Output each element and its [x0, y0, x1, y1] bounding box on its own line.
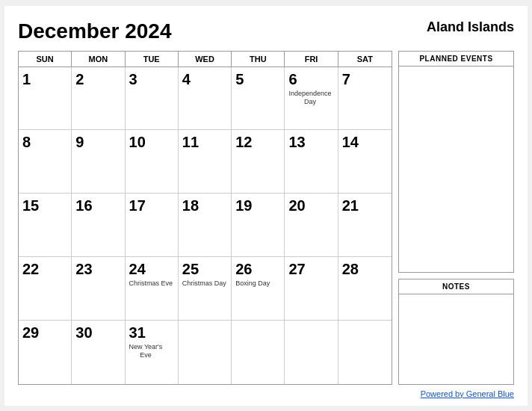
event-independence-day: IndependenceDay	[288, 90, 331, 107]
cal-cell-4: 4	[179, 67, 232, 131]
notes-box: NOTES	[398, 279, 514, 385]
cal-cell-29: 29	[19, 321, 72, 384]
powered-by-link[interactable]: Powered by General Blue	[421, 389, 514, 398]
day-header-thu: THU	[232, 52, 285, 67]
cal-cell-28: 28	[338, 257, 392, 321]
cal-cell-6: 6 IndependenceDay	[285, 67, 338, 131]
cal-cell-9: 9	[72, 130, 125, 194]
cal-cell-13: 13	[285, 130, 338, 194]
cal-cell-15: 15	[19, 194, 72, 257]
cal-cell-31: 31 New Year'sEve	[126, 321, 179, 384]
event-christmas-day: Christmas Day	[182, 279, 226, 288]
region-title: Aland Islands	[427, 19, 514, 35]
cal-cell-1: 1	[19, 67, 72, 131]
calendar-section: SUN MON TUE WED THU FRI SAT 1 2 3 4 5 6 …	[18, 51, 392, 385]
cal-cell-7: 7	[338, 67, 392, 131]
calendar-grid: 1 2 3 4 5 6 IndependenceDay 7 8 9 10 11 …	[19, 67, 392, 384]
planned-events-header: PLANNED EVENTS	[399, 52, 513, 67]
cal-cell-empty-1	[179, 321, 232, 384]
month-year-title: December 2024	[18, 19, 171, 43]
cal-cell-20: 20	[285, 194, 338, 257]
cal-cell-8: 8	[19, 130, 72, 194]
cal-cell-16: 16	[72, 194, 125, 257]
cal-cell-19: 19	[232, 194, 285, 257]
cal-cell-empty-4	[338, 321, 392, 384]
day-header-tue: TUE	[126, 52, 179, 67]
day-headers-row: SUN MON TUE WED THU FRI SAT	[19, 52, 392, 67]
notes-header: NOTES	[399, 279, 513, 294]
cal-cell-25: 25 Christmas Day	[179, 257, 232, 321]
cal-cell-14: 14	[338, 130, 392, 194]
cal-cell-11: 11	[179, 130, 232, 194]
event-boxing-day: Boxing Day	[235, 279, 270, 288]
event-new-years-eve: New Year'sEve	[129, 343, 163, 360]
cal-cell-empty-3	[285, 321, 338, 384]
cal-cell-23: 23	[72, 257, 125, 321]
day-header-sat: SAT	[338, 52, 392, 67]
cal-cell-17: 17	[126, 194, 179, 257]
cal-cell-27: 27	[285, 257, 338, 321]
cal-cell-18: 18	[179, 194, 232, 257]
day-header-mon: MON	[72, 52, 125, 67]
cal-cell-10: 10	[126, 130, 179, 194]
cal-cell-26: 26 Boxing Day	[232, 257, 285, 321]
day-header-wed: WED	[179, 52, 232, 67]
footer: Powered by General Blue	[18, 389, 514, 398]
cal-cell-21: 21	[338, 194, 392, 257]
cal-cell-2: 2	[72, 67, 125, 131]
cal-cell-3: 3	[126, 67, 179, 131]
day-header-fri: FRI	[285, 52, 338, 67]
planned-events-body	[399, 67, 513, 272]
event-christmas-eve: Christmas Eve	[129, 279, 173, 288]
notes-body	[399, 294, 513, 384]
right-panel: PLANNED EVENTS NOTES	[398, 51, 514, 385]
planned-events-box: PLANNED EVENTS	[398, 51, 514, 273]
cal-cell-5: 5	[232, 67, 285, 131]
page: December 2024 Aland Islands SUN MON TUE …	[4, 6, 528, 406]
cal-cell-empty-2	[232, 321, 285, 384]
day-header-sun: SUN	[19, 52, 72, 67]
cal-cell-12: 12	[232, 130, 285, 194]
cal-cell-22: 22	[19, 257, 72, 321]
content-area: SUN MON TUE WED THU FRI SAT 1 2 3 4 5 6 …	[18, 51, 514, 385]
cal-cell-30: 30	[72, 321, 125, 384]
cal-cell-24: 24 Christmas Eve	[126, 257, 179, 321]
calendar-header: December 2024 Aland Islands	[18, 19, 514, 43]
